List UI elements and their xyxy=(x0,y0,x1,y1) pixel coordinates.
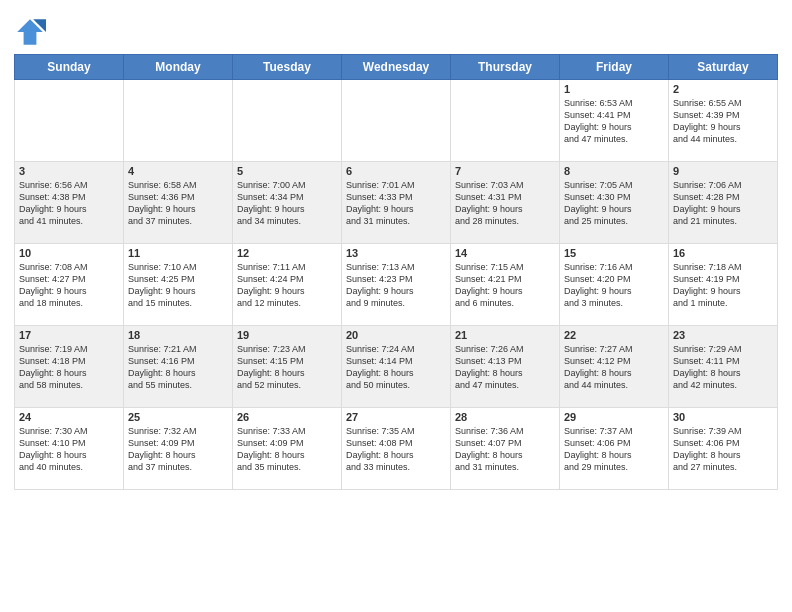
calendar-cell: 10Sunrise: 7:08 AM Sunset: 4:27 PM Dayli… xyxy=(15,244,124,326)
day-info: Sunrise: 7:11 AM Sunset: 4:24 PM Dayligh… xyxy=(237,261,337,310)
day-info: Sunrise: 7:05 AM Sunset: 4:30 PM Dayligh… xyxy=(564,179,664,228)
calendar-cell: 30Sunrise: 7:39 AM Sunset: 4:06 PM Dayli… xyxy=(669,408,778,490)
day-number: 27 xyxy=(346,411,446,423)
day-number: 5 xyxy=(237,165,337,177)
day-info: Sunrise: 7:03 AM Sunset: 4:31 PM Dayligh… xyxy=(455,179,555,228)
day-info: Sunrise: 7:27 AM Sunset: 4:12 PM Dayligh… xyxy=(564,343,664,392)
calendar-header-friday: Friday xyxy=(560,55,669,80)
calendar-cell: 20Sunrise: 7:24 AM Sunset: 4:14 PM Dayli… xyxy=(342,326,451,408)
day-number: 26 xyxy=(237,411,337,423)
calendar-cell xyxy=(124,80,233,162)
day-number: 8 xyxy=(564,165,664,177)
calendar-cell: 2Sunrise: 6:55 AM Sunset: 4:39 PM Daylig… xyxy=(669,80,778,162)
calendar-cell: 4Sunrise: 6:58 AM Sunset: 4:36 PM Daylig… xyxy=(124,162,233,244)
calendar-table: SundayMondayTuesdayWednesdayThursdayFrid… xyxy=(14,54,778,490)
day-number: 2 xyxy=(673,83,773,95)
day-info: Sunrise: 7:36 AM Sunset: 4:07 PM Dayligh… xyxy=(455,425,555,474)
day-info: Sunrise: 7:00 AM Sunset: 4:34 PM Dayligh… xyxy=(237,179,337,228)
logo xyxy=(14,16,50,48)
day-info: Sunrise: 7:10 AM Sunset: 4:25 PM Dayligh… xyxy=(128,261,228,310)
day-number: 1 xyxy=(564,83,664,95)
day-info: Sunrise: 7:29 AM Sunset: 4:11 PM Dayligh… xyxy=(673,343,773,392)
day-info: Sunrise: 6:56 AM Sunset: 4:38 PM Dayligh… xyxy=(19,179,119,228)
calendar-header-saturday: Saturday xyxy=(669,55,778,80)
calendar-cell: 24Sunrise: 7:30 AM Sunset: 4:10 PM Dayli… xyxy=(15,408,124,490)
calendar-cell: 17Sunrise: 7:19 AM Sunset: 4:18 PM Dayli… xyxy=(15,326,124,408)
calendar-cell: 18Sunrise: 7:21 AM Sunset: 4:16 PM Dayli… xyxy=(124,326,233,408)
day-number: 24 xyxy=(19,411,119,423)
calendar-cell: 26Sunrise: 7:33 AM Sunset: 4:09 PM Dayli… xyxy=(233,408,342,490)
calendar-week-4: 17Sunrise: 7:19 AM Sunset: 4:18 PM Dayli… xyxy=(15,326,778,408)
header xyxy=(14,10,778,48)
day-info: Sunrise: 7:39 AM Sunset: 4:06 PM Dayligh… xyxy=(673,425,773,474)
calendar-cell: 3Sunrise: 6:56 AM Sunset: 4:38 PM Daylig… xyxy=(15,162,124,244)
calendar-header-row: SundayMondayTuesdayWednesdayThursdayFrid… xyxy=(15,55,778,80)
day-info: Sunrise: 7:18 AM Sunset: 4:19 PM Dayligh… xyxy=(673,261,773,310)
calendar-cell xyxy=(342,80,451,162)
day-number: 23 xyxy=(673,329,773,341)
calendar-cell: 1Sunrise: 6:53 AM Sunset: 4:41 PM Daylig… xyxy=(560,80,669,162)
calendar-cell xyxy=(15,80,124,162)
calendar-cell: 23Sunrise: 7:29 AM Sunset: 4:11 PM Dayli… xyxy=(669,326,778,408)
day-number: 15 xyxy=(564,247,664,259)
calendar-cell: 16Sunrise: 7:18 AM Sunset: 4:19 PM Dayli… xyxy=(669,244,778,326)
day-number: 21 xyxy=(455,329,555,341)
day-info: Sunrise: 6:53 AM Sunset: 4:41 PM Dayligh… xyxy=(564,97,664,146)
calendar-header-thursday: Thursday xyxy=(451,55,560,80)
day-info: Sunrise: 6:55 AM Sunset: 4:39 PM Dayligh… xyxy=(673,97,773,146)
calendar-week-1: 1Sunrise: 6:53 AM Sunset: 4:41 PM Daylig… xyxy=(15,80,778,162)
calendar-cell: 28Sunrise: 7:36 AM Sunset: 4:07 PM Dayli… xyxy=(451,408,560,490)
day-number: 20 xyxy=(346,329,446,341)
page: SundayMondayTuesdayWednesdayThursdayFrid… xyxy=(0,0,792,612)
calendar-cell: 8Sunrise: 7:05 AM Sunset: 4:30 PM Daylig… xyxy=(560,162,669,244)
day-number: 18 xyxy=(128,329,228,341)
day-number: 29 xyxy=(564,411,664,423)
day-info: Sunrise: 7:37 AM Sunset: 4:06 PM Dayligh… xyxy=(564,425,664,474)
calendar-cell: 13Sunrise: 7:13 AM Sunset: 4:23 PM Dayli… xyxy=(342,244,451,326)
day-number: 13 xyxy=(346,247,446,259)
calendar-week-3: 10Sunrise: 7:08 AM Sunset: 4:27 PM Dayli… xyxy=(15,244,778,326)
calendar-header-tuesday: Tuesday xyxy=(233,55,342,80)
calendar-header-monday: Monday xyxy=(124,55,233,80)
day-info: Sunrise: 7:13 AM Sunset: 4:23 PM Dayligh… xyxy=(346,261,446,310)
day-info: Sunrise: 7:26 AM Sunset: 4:13 PM Dayligh… xyxy=(455,343,555,392)
calendar-cell: 6Sunrise: 7:01 AM Sunset: 4:33 PM Daylig… xyxy=(342,162,451,244)
day-number: 6 xyxy=(346,165,446,177)
day-number: 7 xyxy=(455,165,555,177)
day-number: 3 xyxy=(19,165,119,177)
calendar-week-2: 3Sunrise: 6:56 AM Sunset: 4:38 PM Daylig… xyxy=(15,162,778,244)
calendar-cell: 29Sunrise: 7:37 AM Sunset: 4:06 PM Dayli… xyxy=(560,408,669,490)
day-info: Sunrise: 7:23 AM Sunset: 4:15 PM Dayligh… xyxy=(237,343,337,392)
day-number: 28 xyxy=(455,411,555,423)
calendar-cell: 25Sunrise: 7:32 AM Sunset: 4:09 PM Dayli… xyxy=(124,408,233,490)
calendar-cell: 5Sunrise: 7:00 AM Sunset: 4:34 PM Daylig… xyxy=(233,162,342,244)
day-number: 10 xyxy=(19,247,119,259)
day-info: Sunrise: 7:15 AM Sunset: 4:21 PM Dayligh… xyxy=(455,261,555,310)
calendar-cell xyxy=(233,80,342,162)
calendar-cell: 15Sunrise: 7:16 AM Sunset: 4:20 PM Dayli… xyxy=(560,244,669,326)
calendar-cell: 27Sunrise: 7:35 AM Sunset: 4:08 PM Dayli… xyxy=(342,408,451,490)
logo-icon xyxy=(14,16,46,48)
day-info: Sunrise: 7:16 AM Sunset: 4:20 PM Dayligh… xyxy=(564,261,664,310)
day-info: Sunrise: 7:08 AM Sunset: 4:27 PM Dayligh… xyxy=(19,261,119,310)
calendar-cell: 14Sunrise: 7:15 AM Sunset: 4:21 PM Dayli… xyxy=(451,244,560,326)
calendar-cell: 21Sunrise: 7:26 AM Sunset: 4:13 PM Dayli… xyxy=(451,326,560,408)
calendar-cell: 11Sunrise: 7:10 AM Sunset: 4:25 PM Dayli… xyxy=(124,244,233,326)
day-info: Sunrise: 7:24 AM Sunset: 4:14 PM Dayligh… xyxy=(346,343,446,392)
day-info: Sunrise: 6:58 AM Sunset: 4:36 PM Dayligh… xyxy=(128,179,228,228)
day-number: 12 xyxy=(237,247,337,259)
calendar-cell: 7Sunrise: 7:03 AM Sunset: 4:31 PM Daylig… xyxy=(451,162,560,244)
day-info: Sunrise: 7:30 AM Sunset: 4:10 PM Dayligh… xyxy=(19,425,119,474)
day-number: 4 xyxy=(128,165,228,177)
day-info: Sunrise: 7:19 AM Sunset: 4:18 PM Dayligh… xyxy=(19,343,119,392)
calendar-cell: 22Sunrise: 7:27 AM Sunset: 4:12 PM Dayli… xyxy=(560,326,669,408)
day-info: Sunrise: 7:35 AM Sunset: 4:08 PM Dayligh… xyxy=(346,425,446,474)
calendar-cell: 9Sunrise: 7:06 AM Sunset: 4:28 PM Daylig… xyxy=(669,162,778,244)
calendar-header-sunday: Sunday xyxy=(15,55,124,80)
calendar-cell xyxy=(451,80,560,162)
day-number: 9 xyxy=(673,165,773,177)
day-number: 14 xyxy=(455,247,555,259)
day-info: Sunrise: 7:32 AM Sunset: 4:09 PM Dayligh… xyxy=(128,425,228,474)
calendar-cell: 12Sunrise: 7:11 AM Sunset: 4:24 PM Dayli… xyxy=(233,244,342,326)
day-info: Sunrise: 7:06 AM Sunset: 4:28 PM Dayligh… xyxy=(673,179,773,228)
